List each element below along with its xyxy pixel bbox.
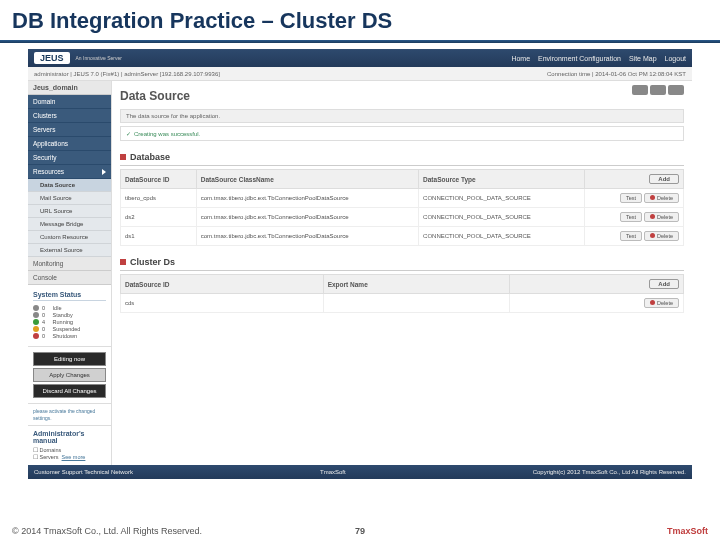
sidebar-item-console[interactable]: Console xyxy=(28,271,111,285)
table-row: ds2 com.tmax.tibero.jdbc.ext.TbConnectio… xyxy=(121,208,684,227)
red-dot-icon xyxy=(650,233,655,238)
infobar-right: Connection time | 2014-01-06 Oct PM 12:0… xyxy=(547,71,686,77)
sidebar-sub-urlsource[interactable]: URL Source xyxy=(28,205,111,218)
slide-title: DB Integration Practice – Cluster DS xyxy=(0,0,720,40)
status-suspended: 0 Suspended xyxy=(33,326,106,332)
apply-changes-button[interactable]: Apply Changes xyxy=(33,368,106,382)
red-dot-icon xyxy=(650,214,655,219)
col-ds-id: DataSource ID xyxy=(121,170,197,189)
sidebar-sub-messagebridge[interactable]: Message Bridge xyxy=(28,218,111,231)
util-icon-1[interactable] xyxy=(632,85,648,95)
page-number: 79 xyxy=(355,526,365,536)
discard-changes-button[interactable]: Discard All Changes xyxy=(33,384,106,398)
admin-title: Administrator's manual xyxy=(33,430,106,444)
slide-footer: © 2014 TmaxSoft Co., Ltd. All Rights Res… xyxy=(0,526,720,536)
copyright: © 2014 TmaxSoft Co., Ltd. All Rights Res… xyxy=(12,526,202,536)
app-footer: Customer Support Technical Network TmaxS… xyxy=(28,465,692,479)
main-wrap: Jeus_domain Domain Clusters Servers Appl… xyxy=(28,81,692,465)
database-title: Database xyxy=(130,152,170,162)
page-title: Data Source xyxy=(120,85,684,107)
sidebar-head: Jeus_domain xyxy=(28,81,111,95)
ds-class: com.tmax.tibero.jdbc.ext.TbConnectionPoo… xyxy=(196,208,418,227)
nav-env-config[interactable]: Environment Configuration xyxy=(538,55,621,62)
logo-tagline: An Innovative Server xyxy=(76,55,122,61)
sidebar-item-clusters[interactable]: Clusters xyxy=(28,109,111,123)
cluster-section-head: Cluster Ds xyxy=(120,252,684,271)
status-message: Creating was successful. xyxy=(120,126,684,141)
nav-sitemap[interactable]: Site Map xyxy=(629,55,657,62)
admin-servers[interactable]: ☐ Servers See more xyxy=(33,454,106,460)
admin-manual: Administrator's manual ☐ Domains ☐ Serve… xyxy=(28,425,111,465)
delete-button[interactable]: Delete xyxy=(644,231,679,241)
util-icon-3[interactable] xyxy=(668,85,684,95)
sidebar-sub-mailsource[interactable]: Mail Source xyxy=(28,192,111,205)
cds-id[interactable]: cds xyxy=(121,294,324,313)
nav-logout[interactable]: Logout xyxy=(665,55,686,62)
col-cds-id: DataSource ID xyxy=(121,275,324,294)
topbar-nav: Home Environment Configuration Site Map … xyxy=(511,55,686,62)
dot-icon xyxy=(33,319,39,325)
dot-icon xyxy=(33,333,39,339)
topbar: JEUS An Innovative Server Home Environme… xyxy=(28,49,692,67)
jeus-logo: JEUS xyxy=(34,52,70,64)
cluster-title: Cluster Ds xyxy=(130,257,175,267)
footer-left[interactable]: Customer Support Technical Network xyxy=(34,469,133,475)
col-ds-class: DataSource ClassName xyxy=(196,170,418,189)
infobar-left: administrator | JEUS 7.0 (Fix#1) | admin… xyxy=(34,71,220,77)
sidebar: Jeus_domain Domain Clusters Servers Appl… xyxy=(28,81,112,465)
ds-id[interactable]: tibero_cpds xyxy=(121,189,197,208)
ds-class: com.tmax.tibero.jdbc.ext.TbConnectionPoo… xyxy=(196,227,418,246)
dot-icon xyxy=(33,326,39,332)
sidebar-sub-externalsource[interactable]: External Source xyxy=(28,244,111,257)
table-row: cds Delete xyxy=(121,294,684,313)
database-section-head: Database xyxy=(120,147,684,166)
sidebar-item-security[interactable]: Security xyxy=(28,151,111,165)
status-shutdown: 0 Shutdown xyxy=(33,333,106,339)
sidebar-item-monitoring[interactable]: Monitoring xyxy=(28,257,111,271)
export-name xyxy=(323,294,509,313)
see-more-link[interactable]: See more xyxy=(62,454,86,460)
status-standby: 0 Standby xyxy=(33,312,106,318)
delete-button[interactable]: Delete xyxy=(644,212,679,222)
nav-home[interactable]: Home xyxy=(511,55,530,62)
app-frame: JEUS An Innovative Server Home Environme… xyxy=(28,49,692,479)
system-status-title: System Status xyxy=(33,291,106,301)
util-icon-2[interactable] xyxy=(650,85,666,95)
square-icon xyxy=(120,154,126,160)
add-database-button[interactable]: Add xyxy=(649,174,679,184)
ds-id[interactable]: ds1 xyxy=(121,227,197,246)
sidebar-item-domain[interactable]: Domain xyxy=(28,95,111,109)
admin-domains[interactable]: ☐ Domains xyxy=(33,447,106,453)
ds-type: CONNECTION_POOL_DATA_SOURCE xyxy=(419,227,585,246)
col-export-name: Export Name xyxy=(323,275,509,294)
table-row: ds1 com.tmax.tibero.jdbc.ext.TbConnectio… xyxy=(121,227,684,246)
footer-mid: TmaxSoft xyxy=(320,469,346,475)
col-command: Add xyxy=(584,170,683,189)
test-button[interactable]: Test xyxy=(620,212,642,222)
test-button[interactable]: Test xyxy=(620,193,642,203)
sidebar-item-servers[interactable]: Servers xyxy=(28,123,111,137)
sidebar-item-resources[interactable]: Resources xyxy=(28,165,111,179)
tmax-logo: TmaxSoft xyxy=(667,526,708,536)
resources-label: Resources xyxy=(33,168,64,175)
system-status: System Status 0 Idle 0 Standby 4 Running… xyxy=(28,285,111,347)
red-dot-icon xyxy=(650,195,655,200)
red-dot-icon xyxy=(650,300,655,305)
add-cluster-button[interactable]: Add xyxy=(649,279,679,289)
chevron-right-icon xyxy=(102,169,106,175)
delete-button[interactable]: Delete xyxy=(644,298,679,308)
test-button[interactable]: Test xyxy=(620,231,642,241)
sidebar-sub-customresource[interactable]: Custom Resource xyxy=(28,231,111,244)
title-underline xyxy=(0,40,720,43)
ds-class: com.tmax.tibero.jdbc.ext.TbConnectionPoo… xyxy=(196,189,418,208)
util-icons xyxy=(632,85,684,95)
sidebar-item-applications[interactable]: Applications xyxy=(28,137,111,151)
content: Data Source The data source for the appl… xyxy=(112,81,692,465)
ds-id[interactable]: ds2 xyxy=(121,208,197,227)
sidebar-sub-datasource[interactable]: Data Source xyxy=(28,179,111,192)
editing-now-button[interactable]: Editing now xyxy=(33,352,106,366)
delete-button[interactable]: Delete xyxy=(644,193,679,203)
table-row: tibero_cpds com.tmax.tibero.jdbc.ext.TbC… xyxy=(121,189,684,208)
col-ds-type: DataSource Type xyxy=(419,170,585,189)
cluster-table: DataSource ID Export Name Add cds Delete xyxy=(120,274,684,313)
